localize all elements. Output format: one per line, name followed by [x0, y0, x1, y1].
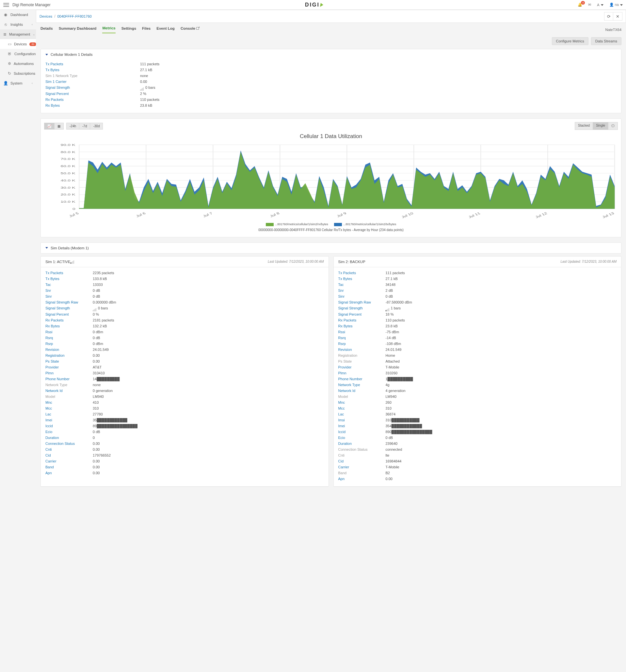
- range-30d[interactable]: -30d: [90, 123, 103, 129]
- refresh-icon[interactable]: ⟳: [604, 12, 613, 21]
- kv-key[interactable]: Iccid: [45, 424, 53, 428]
- kv-key[interactable]: Signal Strength: [45, 86, 70, 90]
- kv-key[interactable]: Signal Percent: [45, 92, 69, 96]
- kv-key[interactable]: Imei: [338, 424, 345, 428]
- kv-key[interactable]: Signal Percent: [338, 312, 362, 316]
- kv-key[interactable]: Rx Packets: [338, 318, 356, 322]
- kv-key[interactable]: Duration: [338, 441, 352, 446]
- kv-key[interactable]: Duration: [45, 436, 59, 440]
- mode-stacked[interactable]: Stacked: [575, 122, 593, 130]
- kv-key[interactable]: Carrier: [338, 465, 349, 469]
- kv-key[interactable]: Connection Status: [45, 441, 75, 446]
- kv-key[interactable]: Lac: [338, 412, 344, 416]
- mail-icon[interactable]: ✉: [588, 3, 591, 7]
- tab-details[interactable]: Details: [41, 26, 53, 33]
- kv-key[interactable]: Rssi: [338, 330, 345, 334]
- kv-key[interactable]: Ecio: [45, 430, 52, 434]
- user-menu[interactable]: 👤 na: [609, 3, 623, 7]
- kv-key[interactable]: Signal Strength: [338, 306, 363, 310]
- kv-key[interactable]: Network Id: [338, 389, 356, 393]
- kv-key[interactable]: Iccid: [338, 430, 346, 434]
- kv-key[interactable]: Rx Bytes: [45, 103, 60, 107]
- kv-key[interactable]: Tx Packets: [45, 271, 63, 275]
- kv-key[interactable]: Rsrp: [45, 342, 53, 345]
- tab-console[interactable]: Console: [181, 26, 199, 33]
- range-24h[interactable]: -24h: [66, 123, 79, 129]
- kv-key[interactable]: Cid: [45, 453, 51, 457]
- sidebar-item-devices[interactable]: ▭Devices20: [0, 39, 36, 49]
- tab-summary-dashboard[interactable]: Summary Dashboard: [59, 26, 97, 33]
- kv-key[interactable]: Apn: [338, 477, 345, 481]
- kv-key[interactable]: Provider: [45, 365, 59, 369]
- mode-single[interactable]: Single: [593, 122, 608, 130]
- sidebar-item-system[interactable]: 👤System‹: [0, 78, 36, 88]
- kv-key[interactable]: Mnc: [45, 401, 52, 404]
- kv-key[interactable]: Tx Bytes: [338, 277, 352, 281]
- kv-key[interactable]: Tx Packets: [45, 62, 63, 66]
- tab-settings[interactable]: Settings: [121, 26, 136, 33]
- chart-view-table-icon[interactable]: ▦: [54, 123, 64, 129]
- kv-key[interactable]: Carrier: [45, 459, 56, 463]
- close-icon[interactable]: ✕: [613, 12, 622, 21]
- kv-key[interactable]: Tx Bytes: [45, 277, 60, 281]
- sidebar-item-dashboard[interactable]: ◉Dashboard: [0, 10, 36, 20]
- kv-key[interactable]: Cnti: [45, 448, 52, 451]
- data-streams-button[interactable]: Data Streams: [591, 37, 621, 45]
- kv-key[interactable]: Registration: [45, 354, 65, 357]
- kv-key[interactable]: Revision: [338, 347, 352, 352]
- kv-key[interactable]: Ecio: [338, 436, 345, 440]
- kv-key[interactable]: Rsrq: [45, 336, 53, 340]
- kv-key[interactable]: Phone Number: [45, 377, 70, 381]
- kv-key[interactable]: Tx Bytes: [45, 68, 60, 72]
- chevron-down-icon[interactable]: [45, 247, 48, 249]
- kv-key[interactable]: Revision: [45, 347, 59, 352]
- kv-key[interactable]: Rsrp: [338, 342, 346, 345]
- kv-key[interactable]: Tx Packets: [338, 271, 356, 275]
- tab-files[interactable]: Files: [142, 26, 150, 33]
- account-menu[interactable]: A: [597, 3, 603, 7]
- breadcrumb-leaf[interactable]: 0040FFFF-FF801760: [57, 14, 91, 18]
- configure-metrics-button[interactable]: Configure Metrics: [552, 37, 588, 45]
- sidebar-item-subscriptions[interactable]: ↻Subscriptions: [0, 69, 36, 78]
- sidebar-item-automations[interactable]: ✲Automations: [0, 59, 36, 69]
- kv-key[interactable]: Rssi: [45, 330, 52, 334]
- kv-key[interactable]: Signal Strength Raw: [45, 300, 78, 304]
- kv-key[interactable]: Rx Bytes: [338, 324, 353, 328]
- mode-info[interactable]: ⓘ: [608, 122, 618, 130]
- kv-key[interactable]: Rsrq: [338, 336, 346, 340]
- sidebar-item-insights[interactable]: ⎋Insights‹: [0, 20, 36, 29]
- kv-key[interactable]: Network Type: [338, 383, 360, 387]
- kv-key[interactable]: Signal Strength Raw: [338, 300, 371, 304]
- kv-key[interactable]: Ps State: [45, 359, 59, 363]
- kv-key[interactable]: Phone Number: [338, 377, 363, 381]
- kv-key[interactable]: Snr: [338, 289, 344, 292]
- kv-key[interactable]: Signal Strength: [45, 306, 70, 310]
- kv-key[interactable]: Network Id: [45, 389, 63, 393]
- kv-key[interactable]: Apn: [45, 471, 52, 475]
- menu-toggle[interactable]: [3, 3, 9, 7]
- kv-key[interactable]: Mcc: [45, 406, 52, 410]
- kv-key[interactable]: Imei: [45, 418, 52, 422]
- breadcrumb-root[interactable]: Devices: [40, 14, 52, 18]
- kv-key[interactable]: Mcc: [338, 406, 345, 410]
- kv-key[interactable]: Sinr: [45, 294, 52, 298]
- kv-key[interactable]: Plmn: [338, 371, 346, 375]
- kv-key[interactable]: Rx Bytes: [45, 324, 60, 328]
- kv-key[interactable]: Tac: [45, 283, 51, 287]
- kv-key[interactable]: Band: [45, 465, 54, 469]
- range-7d[interactable]: -7d: [79, 123, 90, 129]
- kv-key[interactable]: Lac: [45, 412, 51, 416]
- kv-key[interactable]: Mnc: [338, 401, 345, 404]
- kv-key[interactable]: Signal Percent: [45, 312, 69, 316]
- kv-key[interactable]: Rx Packets: [45, 98, 64, 101]
- kv-key[interactable]: Sinr: [338, 294, 345, 298]
- sidebar-item-configurations[interactable]: ⛨Configurations: [0, 49, 36, 59]
- kv-key[interactable]: Cid: [338, 459, 344, 463]
- notifications-icon[interactable]: 🔔4: [578, 3, 582, 7]
- kv-key[interactable]: Imsi: [338, 418, 345, 422]
- sidebar-item-management[interactable]: ≣Management⌄: [0, 29, 36, 39]
- tab-metrics[interactable]: Metrics: [102, 26, 115, 33]
- kv-key[interactable]: Tac: [338, 283, 344, 287]
- kv-key[interactable]: Snr: [45, 289, 51, 292]
- tab-event-log[interactable]: Event Log: [157, 26, 175, 33]
